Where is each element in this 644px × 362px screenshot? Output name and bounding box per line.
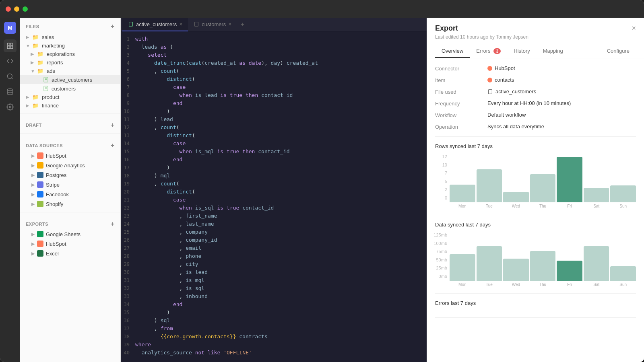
tree-item-active-customers[interactable]: ▶ active_customers — [20, 75, 120, 84]
main-layout: M FILES + — [0, 18, 644, 362]
export-item-hubspot[interactable]: ▶ HubSpot — [20, 239, 120, 249]
chevron-icon: ▶ — [31, 232, 35, 237]
database-nav-button[interactable] — [4, 85, 17, 98]
tab-close-active-customers[interactable]: × — [179, 21, 182, 27]
code-line: 23 , first_name — [121, 213, 427, 221]
tab-customers[interactable]: customers × — [188, 18, 237, 31]
tab-history[interactable]: History — [507, 45, 536, 58]
tree-item-product[interactable]: ▶ 📁 product — [20, 93, 120, 101]
data-sources-add-button[interactable]: + — [111, 142, 115, 149]
tree-label-active-customers: active_customers — [52, 77, 92, 83]
ds-item-facebook[interactable]: ▶ Facebook — [20, 189, 120, 199]
ds-label-postgres: Postgres — [46, 172, 66, 178]
code-line: 36 ) sql — [121, 317, 427, 325]
day-label-thu: Thu — [530, 282, 556, 287]
workflow-value: Default workflow — [487, 111, 636, 118]
ds-label-facebook: Facebook — [46, 191, 69, 197]
tree-item-sales[interactable]: ▶ 📁 sales — [20, 33, 120, 41]
ds-item-postgres[interactable]: ▶ Postgres — [20, 170, 120, 180]
ds-item-shopify[interactable]: ▶ Shopify — [20, 199, 120, 209]
file-sidebar: FILES + ▶ 📁 sales ▼ 📁 marketing ▶ — [20, 18, 121, 362]
ds-label-shopify: Shopify — [46, 201, 63, 207]
rows-synced-chart-section: Rows synced last 7 days 12 10 7 5 2 0 — [435, 137, 636, 215]
tree-item-customers[interactable]: ▶ customers — [20, 84, 120, 93]
exports-add-button[interactable]: + — [111, 220, 115, 228]
tab-mapping[interactable]: Mapping — [537, 45, 570, 58]
tree-label-sales: sales — [42, 34, 54, 40]
chevron-icon: ▶ — [31, 241, 35, 247]
svg-line-5 — [11, 78, 12, 79]
tree-item-explorations[interactable]: ▶ 📁 explorations — [20, 50, 120, 58]
code-line: 20 distinct( — [121, 189, 427, 197]
svg-rect-3 — [10, 46, 13, 49]
tree-item-marketing[interactable]: ▼ 📁 marketing — [20, 41, 120, 50]
draft-add-button[interactable]: + — [111, 121, 115, 129]
add-tab-button[interactable]: + — [237, 18, 248, 31]
y-label: 0 — [445, 195, 447, 200]
file-used-value-text: active_customers — [495, 88, 536, 95]
file-icon — [43, 85, 49, 92]
ds-item-stripe[interactable]: ▶ Stripe — [20, 180, 120, 189]
files-add-button[interactable]: + — [111, 23, 115, 30]
connector-value-text: HubSpot — [495, 65, 515, 71]
chart1-bars-area: Mon Tue Wed Thu Fri Sat Sun — [450, 154, 636, 208]
code-line: 27 , email — [121, 245, 427, 253]
configure-button[interactable]: Configure — [601, 45, 636, 58]
export-item-excel[interactable]: ▶ Excel — [20, 249, 120, 258]
settings-nav-button[interactable] — [4, 101, 17, 113]
svg-rect-16 — [489, 89, 492, 94]
y-label: 75mb — [436, 249, 447, 254]
tree-label-marketing: marketing — [42, 43, 65, 49]
file-tab-icon — [194, 21, 199, 27]
code-line: 2 leads as ( — [121, 44, 427, 52]
tree-item-ads[interactable]: ▼ 📁 ads — [20, 67, 120, 75]
code-editor[interactable]: 1with 2 leads as ( 3 select 4 date_trunc… — [121, 32, 427, 362]
day-label-sat: Sat — [584, 204, 609, 208]
tree-label-product: product — [42, 94, 59, 100]
stripe-logo — [37, 181, 43, 188]
panel-close-button[interactable]: × — [632, 24, 636, 33]
chevron-icon: ▶ — [26, 103, 31, 108]
icon-sidebar: M — [0, 18, 20, 362]
day-label-sun: Sun — [610, 282, 636, 287]
tab-active-customers[interactable]: active_customers × — [122, 18, 188, 31]
data-sources-header: DATA SOURCES + — [20, 137, 120, 151]
item-value: contacts — [487, 76, 636, 83]
files-header: FILES + — [20, 18, 120, 33]
tree-item-reports[interactable]: ▶ 📁 reports — [20, 58, 120, 67]
svg-point-4 — [7, 74, 12, 78]
search-nav-button[interactable] — [4, 70, 17, 83]
chevron-icon: ▼ — [26, 43, 31, 48]
tab-mapping-label: Mapping — [543, 48, 563, 54]
panel-title: Export — [435, 24, 458, 33]
ds-item-google-analytics[interactable]: ▶ Google Analytics — [20, 160, 120, 170]
user-avatar[interactable]: M — [4, 22, 16, 34]
panel-subtitle: Last edited 10 hours ago by Tommy Jepsen — [435, 34, 636, 40]
files-nav-button[interactable] — [4, 39, 17, 52]
connector-value: HubSpot — [487, 65, 636, 72]
tree-item-finance[interactable]: ▶ 📁 finance — [20, 101, 120, 110]
y-label: 100mb — [433, 241, 447, 246]
ds-item-hubspot[interactable]: ▶ HubSpot — [20, 151, 120, 160]
code-line: 35 ) — [121, 309, 427, 317]
export-item-google-sheets[interactable]: ▶ Google Sheets — [20, 229, 120, 239]
day-label-tue: Tue — [477, 204, 502, 208]
tab-close-customers[interactable]: × — [228, 21, 231, 27]
minimize-button[interactable] — [14, 6, 19, 12]
chevron-icon: ▶ — [31, 251, 35, 256]
folder-icon: 📁 — [32, 103, 39, 109]
maximize-button[interactable] — [23, 6, 28, 12]
errors-badge: 3 — [493, 48, 501, 54]
chevron-icon: ▶ — [26, 95, 31, 100]
tab-errors[interactable]: Errors 3 — [470, 45, 507, 58]
chart2-y-axis: 125mb 100mb 75mb 50mb 25mb 0mb — [435, 232, 450, 287]
chart2-bars-area: Mon Tue Wed Thu Fri Sat Sun — [450, 232, 636, 287]
code-nav-button[interactable] — [4, 55, 17, 68]
app-window: M FILES + — [0, 0, 644, 362]
data-sources-label: DATA SOURCES — [26, 143, 63, 148]
tab-overview[interactable]: Overview — [435, 45, 470, 58]
close-button[interactable] — [6, 6, 11, 12]
file-used-icon — [487, 89, 493, 95]
tab-overview-label: Overview — [442, 48, 463, 54]
bar-sun — [610, 266, 636, 281]
